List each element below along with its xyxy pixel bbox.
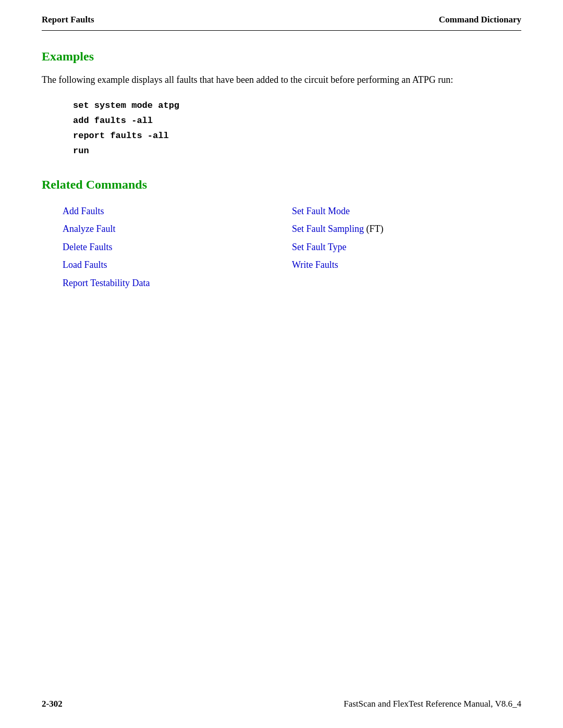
examples-heading: Examples (42, 50, 521, 64)
code-line-1: set system mode atpg (73, 98, 521, 114)
related-col-2: Set Fault Mode Set Fault Sampling (FT) S… (292, 203, 521, 291)
main-content: Examples The following example displays … (42, 50, 521, 291)
related-commands-grid: Add Faults Analyze Fault Delete Faults L… (63, 203, 521, 291)
code-line-2: add faults -all (73, 114, 521, 129)
link-delete-faults[interactable]: Delete Faults (63, 239, 292, 255)
code-block: set system mode atpg add faults -all rep… (73, 98, 521, 159)
page-footer: 2-302 FastScan and FlexTest Reference Ma… (42, 699, 521, 709)
header-left-title: Report Faults (42, 15, 94, 25)
link-load-faults[interactable]: Load Faults (63, 257, 292, 273)
page-header: Report Faults Command Dictionary (42, 0, 521, 31)
link-write-faults[interactable]: Write Faults (292, 257, 521, 273)
link-set-fault-sampling[interactable]: Set Fault Sampling (FT) (292, 221, 521, 237)
footer-reference: FastScan and FlexTest Reference Manual, … (344, 699, 521, 709)
code-line-4: run (73, 144, 521, 159)
examples-intro: The following example displays all fault… (42, 73, 469, 87)
link-add-faults[interactable]: Add Faults (63, 203, 292, 219)
related-col-1: Add Faults Analyze Fault Delete Faults L… (63, 203, 292, 291)
link-report-testability-data[interactable]: Report Testability Data (63, 275, 292, 291)
link-set-fault-type[interactable]: Set Fault Type (292, 239, 521, 255)
examples-section: Examples The following example displays … (42, 50, 521, 159)
link-set-fault-mode[interactable]: Set Fault Mode (292, 203, 521, 219)
link-analyze-fault[interactable]: Analyze Fault (63, 221, 292, 237)
code-line-3: report faults -all (73, 129, 521, 144)
ft-suffix: (FT) (366, 224, 384, 234)
header-right-title: Command Dictionary (439, 15, 521, 25)
footer-page-number: 2-302 (42, 699, 63, 709)
related-commands-heading: Related Commands (42, 178, 521, 192)
related-commands-section: Related Commands Add Faults Analyze Faul… (42, 178, 521, 291)
